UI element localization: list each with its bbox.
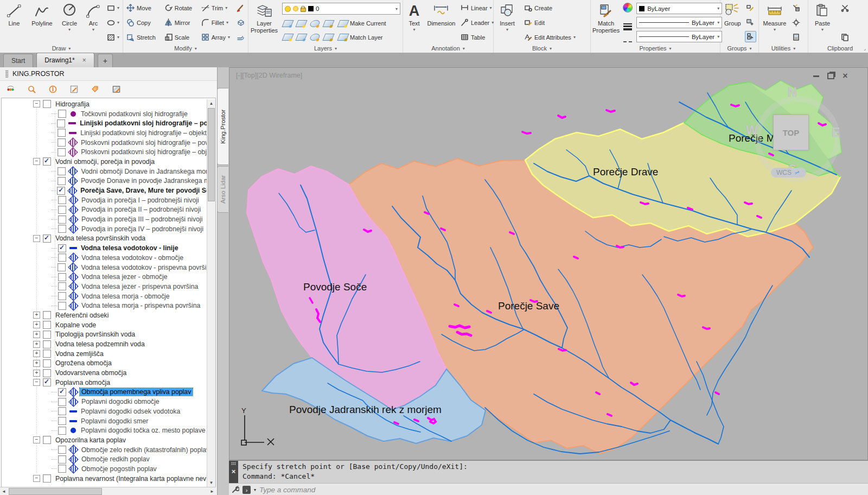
tree-item-label[interactable]: Povodja in porečja IV – podrobnejši nivo… <box>80 225 205 233</box>
scroll-left-icon[interactable]: ◄ <box>0 487 8 495</box>
wrench-icon[interactable] <box>231 486 239 494</box>
layer-checkbox[interactable] <box>58 196 66 204</box>
ellipse-button[interactable]: ▾ <box>106 17 120 28</box>
tree-item-label[interactable]: Porečja Save, Drave, Mure ter povodji So… <box>79 187 207 194</box>
tree-item-label[interactable]: Vodna telesa vodotokov - območje <box>80 254 185 262</box>
id-point-button[interactable] <box>791 17 804 28</box>
chevron-down-icon[interactable]: ▾ <box>254 487 256 492</box>
layer-checkbox[interactable] <box>43 234 51 243</box>
collapse-icon[interactable]: − <box>33 158 40 165</box>
edit-selection-icon[interactable] <box>68 83 80 95</box>
annotation-panel-label[interactable]: Annotation▾ <box>403 44 493 53</box>
expand-icon[interactable]: + <box>33 312 40 319</box>
tree-item-label[interactable]: Linijski podatkovni sloj hidrografije – … <box>78 119 207 127</box>
tree-item[interactable]: Porečja Save, Drave, Mure ter povodji So… <box>2 186 207 195</box>
tree-item-label[interactable]: Območje pogostih poplav <box>80 465 158 473</box>
linetype-dropdown[interactable]: ByLayer▾ <box>636 17 722 28</box>
object-color-dropdown[interactable]: ByLayer▾ <box>636 3 722 14</box>
viewcube-top-face[interactable]: TOP <box>773 115 809 150</box>
tree-item[interactable]: Vodna telesa morja - prispevna površina <box>2 301 207 310</box>
layer-checkbox[interactable] <box>58 417 66 425</box>
chevron-down-icon[interactable]: ▾ <box>228 35 230 40</box>
new-drawing-tab-button[interactable]: + <box>98 54 113 67</box>
layer-dropdown[interactable]: 0 ▾ <box>282 3 400 15</box>
command-prompt-icon[interactable]: › <box>242 486 251 494</box>
tree-item-label[interactable]: Poplavni dogodki odsek vodotoka <box>79 408 182 415</box>
panel-dialog-launcher-icon[interactable]: ⌟ <box>864 46 866 51</box>
match-properties-button[interactable]: Match Properties <box>592 1 620 44</box>
tree-item[interactable]: Območje redkih poplav <box>2 454 207 464</box>
layer-checkbox[interactable] <box>58 292 66 300</box>
layer-checkbox[interactable] <box>58 244 66 252</box>
rotate-button[interactable]: Rotate <box>163 3 196 13</box>
tree-item-label[interactable]: Vodna telesa vodotokov - prispevna površ… <box>79 264 207 271</box>
hatch-button[interactable]: ▾ <box>106 32 120 42</box>
command-input-placeholder[interactable]: Type a command <box>259 486 315 494</box>
layer-properties-button[interactable]: Layer Properties <box>250 1 278 44</box>
tree-item-label[interactable]: Ploskovni podatkovni sloj hidrografije –… <box>79 139 207 147</box>
groups-panel-label[interactable]: Groups▾ <box>720 44 758 53</box>
layer-checkbox[interactable] <box>58 129 66 137</box>
copy-button[interactable]: Copy <box>125 17 159 28</box>
layer-checkbox[interactable] <box>58 407 66 415</box>
chevron-down-icon[interactable]: ▾ <box>117 35 119 40</box>
chevron-down-icon[interactable]: ▾ <box>395 7 398 11</box>
block-panel-label[interactable]: Block▾ <box>494 44 590 53</box>
collapse-icon[interactable]: − <box>33 436 40 443</box>
tree-item-label[interactable]: Točkovni podatkovni sloj hidrografije <box>79 110 189 118</box>
collapse-icon[interactable]: − <box>33 475 40 482</box>
viewcube-east[interactable]: E <box>832 125 840 140</box>
layer-checkbox[interactable] <box>43 359 51 367</box>
tree-item-label[interactable]: Vodni območji Donave in Jadranskega morj… <box>79 168 207 175</box>
layer-checkbox[interactable] <box>43 378 51 386</box>
tree-item-label[interactable]: Ogrožena območja <box>54 359 113 367</box>
layer-checkbox[interactable] <box>58 455 66 464</box>
tree-item-label[interactable]: Poplavna območja <box>54 379 112 386</box>
tree-item[interactable]: Vodna telesa morja - območje <box>2 291 207 301</box>
tree-item[interactable]: +Vodna zemljišča <box>2 349 207 359</box>
tree-item[interactable]: Poplavni dogodki točka oz. mesto poplave <box>2 426 207 435</box>
layer-lock-icon[interactable] <box>322 20 334 27</box>
collapse-icon[interactable]: − <box>33 379 40 386</box>
tree-item-label[interactable]: Povodje Donave in povodje Jadranskega mo… <box>79 177 207 185</box>
drawing-viewport[interactable]: [-][Top][2D Wireframe] × <box>229 67 868 460</box>
tree-item[interactable]: Območja pomembnega vpliva poplav <box>2 388 207 397</box>
tree-item-label[interactable]: Območje redkih poplav <box>80 455 151 463</box>
stretch-button[interactable]: Stretch <box>125 32 159 42</box>
layer-unlock-all-icon[interactable] <box>322 34 334 41</box>
chevron-down-icon[interactable]: ▾ <box>92 27 94 32</box>
tree-item-label[interactable]: Povodja in porečja III – podrobnejši niv… <box>80 215 205 223</box>
chevron-down-icon[interactable]: ▾ <box>774 27 776 32</box>
info-icon[interactable] <box>47 83 59 95</box>
tree-item-label[interactable]: Opozorilna karta poplav <box>54 436 127 444</box>
viewport-controls-label[interactable]: [-][Top][2D Wireframe] <box>236 72 302 79</box>
tree-item-label[interactable]: Referenčni odseki <box>54 312 110 319</box>
tree-item-label[interactable]: Poplavni dogodki smer <box>79 417 150 425</box>
tree-item[interactable]: Povodja in porečja IV – podrobnejši nivo… <box>2 224 207 234</box>
tree-item[interactable]: +Referenčni odseki <box>2 310 207 320</box>
search-icon[interactable] <box>25 83 37 95</box>
layer-checkbox[interactable] <box>58 148 66 156</box>
layer-checkbox[interactable] <box>43 350 51 358</box>
tree-item-label[interactable]: Povodja in porečja I – podrobnejši nivoj… <box>80 196 201 204</box>
tree-item-label[interactable]: Vodna telesa površinskih voda <box>54 234 147 242</box>
layer-checkbox[interactable] <box>57 187 65 195</box>
tree-item[interactable]: Linijski podatkovni sloj hidrografije – … <box>2 128 207 138</box>
color-wheel-icon[interactable] <box>623 3 633 12</box>
vertical-scrollbar[interactable]: ▲ ▼ <box>207 99 215 487</box>
make-current-button[interactable]: Make Current <box>337 18 387 29</box>
measure-button[interactable]: Measure ▾ <box>761 1 789 44</box>
side-tab-arso-lidar[interactable]: Arso Lidar <box>217 166 228 213</box>
arc-button[interactable]: Arc ▾ <box>82 1 104 44</box>
line-button[interactable]: Line <box>2 1 27 44</box>
layer-checkbox[interactable] <box>58 398 66 406</box>
chevron-down-icon[interactable]: ▾ <box>226 20 228 25</box>
draw-panel-label[interactable]: Draw▾ <box>0 44 123 53</box>
group-edit-button[interactable] <box>745 17 756 27</box>
tree-item-label[interactable]: Vodna telesa vodotokov - linije <box>79 244 180 252</box>
match-layer-button[interactable]: Match Layer <box>337 32 384 42</box>
layer-checkbox[interactable] <box>43 474 51 483</box>
tree-item[interactable]: +Vodna telesa podzemnih voda <box>2 339 207 349</box>
tree-item-label[interactable]: Poplavni dogodki območje <box>80 398 161 405</box>
paste-button[interactable]: Paste ▾ <box>810 1 835 44</box>
